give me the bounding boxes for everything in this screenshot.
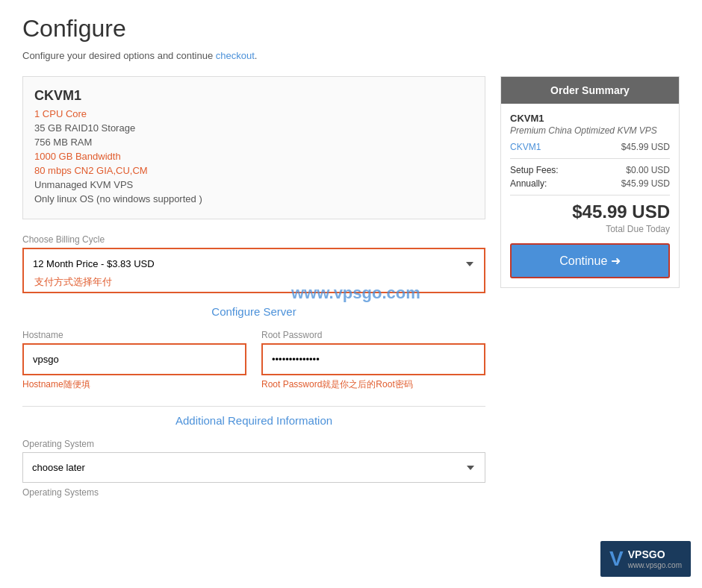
billing-cycle-select[interactable]: 12 Month Price - $3.83 USD xyxy=(27,252,481,275)
order-total-label: Total Due Today xyxy=(510,224,670,234)
order-product-price: $45.99 USD xyxy=(621,142,670,152)
password-field: Root Password Root Password就是你之后的Root密码 xyxy=(261,330,485,391)
os-label: Operating System xyxy=(22,439,485,449)
billing-annotation: 支付方式选择年付 xyxy=(34,275,112,289)
order-summary-body: CKVM1 Premium China Optimized KVM VPS CK… xyxy=(501,104,679,287)
hostname-annotation: Hostname随便填 xyxy=(22,378,246,391)
configure-server-title: Configure Server xyxy=(22,305,485,318)
product-speed: 80 mbps CN2 GIA,CU,CM xyxy=(34,165,473,176)
billing-label: Choose Billing Cycle xyxy=(22,234,485,245)
product-cpu: 1 CPU Core xyxy=(34,108,473,119)
order-product-sub: Premium China Optimized KVM VPS xyxy=(510,125,670,136)
order-total: $45.99 USD xyxy=(510,201,670,222)
order-summary-header: Order Summary xyxy=(501,77,679,104)
order-annually-line: Annually: $45.99 USD xyxy=(510,178,670,189)
order-product-link[interactable]: CKVM1 xyxy=(510,142,541,152)
password-annotation: Root Password就是你之后的Root密码 xyxy=(261,378,485,391)
page-subtitle: Configure your desired options and conti… xyxy=(22,50,680,61)
order-summary: Order Summary CKVM1 Premium China Optimi… xyxy=(500,76,680,288)
product-bandwidth: 1000 GB Bandwidth xyxy=(34,151,473,162)
os-select[interactable]: choose later xyxy=(26,456,482,479)
product-box: CKVM1 1 CPU Core 35 GB RAID10 Storage 75… xyxy=(22,76,485,219)
hostname-field: Hostname Hostname随便填 xyxy=(22,330,246,391)
password-input[interactable] xyxy=(266,348,481,371)
product-ram: 756 MB RAM xyxy=(34,137,473,148)
password-label: Root Password xyxy=(261,330,485,340)
product-type: Unmanaged KVM VPS xyxy=(34,179,473,190)
additional-info-title: Additional Required Information xyxy=(22,406,485,427)
order-divider-2 xyxy=(510,195,670,196)
order-setup-line: Setup Fees: $0.00 USD xyxy=(510,165,670,175)
product-name: CKVM1 xyxy=(34,88,473,104)
server-fields: Hostname Hostname随便填 Root Password Root … xyxy=(22,330,485,391)
hostname-input[interactable] xyxy=(27,348,242,371)
password-input-wrapper xyxy=(261,343,485,375)
os-sub-label: Operating Systems xyxy=(22,487,485,498)
checkout-link[interactable]: checkout xyxy=(216,50,255,61)
continue-button[interactable]: Continue ➜ xyxy=(510,243,670,278)
page-title: Configure xyxy=(22,15,680,43)
order-divider xyxy=(510,158,670,159)
order-setup-value: $0.00 USD xyxy=(626,165,670,175)
product-storage: 35 GB RAID10 Storage xyxy=(34,122,473,134)
os-select-wrapper: choose later xyxy=(22,452,485,483)
order-setup-label: Setup Fees: xyxy=(510,165,559,175)
order-annually-value: $45.99 USD xyxy=(621,178,670,189)
order-product-name: CKVM1 xyxy=(510,113,670,124)
hostname-label: Hostname xyxy=(22,330,246,340)
right-column: Order Summary CKVM1 Premium China Optimi… xyxy=(500,76,680,498)
billing-cycle-wrapper: 12 Month Price - $3.83 USD 支付方式选择年付 xyxy=(22,248,485,293)
order-annually-label: Annually: xyxy=(510,178,547,189)
order-product-line: CKVM1 $45.99 USD xyxy=(510,142,670,152)
product-os-note: Only linux OS (no windows supported ) xyxy=(34,193,473,204)
hostname-input-wrapper xyxy=(22,343,246,375)
